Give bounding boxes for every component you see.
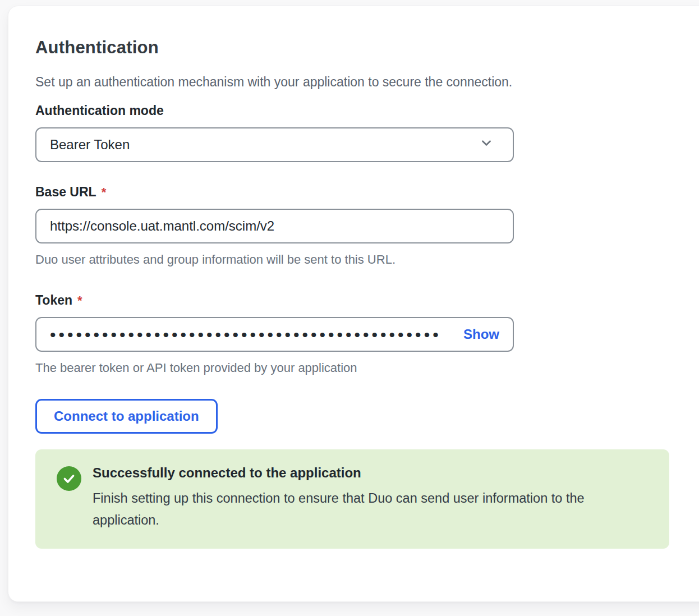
required-asterisk: * — [77, 293, 82, 308]
token-input[interactable]: ••••••••••••••••••••••••••••••••••••••••… — [35, 317, 514, 352]
show-token-button[interactable]: Show — [454, 327, 499, 342]
page-subtitle: Set up an authentication mechanism with … — [35, 75, 687, 90]
check-circle-icon — [57, 466, 81, 491]
connect-to-application-button[interactable]: Connect to application — [35, 399, 218, 434]
base-url-label: Base URL * — [35, 185, 687, 200]
chevron-down-icon — [479, 136, 494, 154]
alert-message: Finish setting up this connection to ens… — [93, 488, 597, 532]
auth-mode-select[interactable]: Bearer Token — [35, 127, 514, 162]
authentication-card: Authentication Set up an authentication … — [8, 6, 699, 602]
token-masked-value: ••••••••••••••••••••••••••••••••••••••••… — [50, 325, 454, 343]
page-title: Authentication — [35, 38, 687, 58]
alert-content: Successfully connected to the applicatio… — [93, 465, 648, 532]
base-url-input[interactable] — [35, 209, 514, 243]
token-help: The bearer token or API token provided b… — [35, 361, 687, 375]
base-url-help: Duo user attributes and group informatio… — [35, 252, 687, 267]
success-alert: Successfully connected to the applicatio… — [35, 449, 669, 549]
required-asterisk: * — [102, 185, 107, 200]
auth-mode-selected-value: Bearer Token — [50, 137, 130, 153]
token-label: Token * — [35, 293, 687, 308]
auth-mode-label: Authentication mode — [35, 103, 687, 118]
alert-title: Successfully connected to the applicatio… — [93, 465, 648, 481]
